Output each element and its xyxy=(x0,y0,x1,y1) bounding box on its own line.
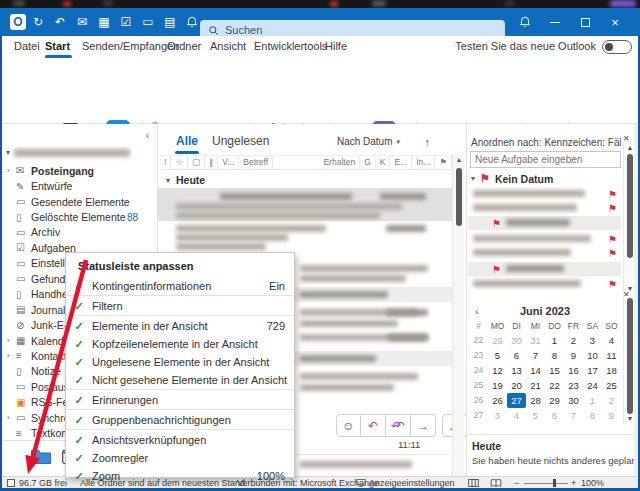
calendar-day[interactable]: 8 xyxy=(545,348,564,363)
context-menu-item[interactable]: ✓ Zoom 100% xyxy=(66,467,294,485)
search-input[interactable] xyxy=(225,24,475,36)
expander-icon[interactable]: › xyxy=(7,336,16,345)
calendar-day[interactable]: 2 xyxy=(564,333,583,348)
column-header[interactable]: ▢ xyxy=(188,156,205,169)
task-group-row[interactable]: ⚑ xyxy=(468,216,621,230)
column-header[interactable]: V... xyxy=(218,156,239,169)
calendar-day[interactable]: 6 xyxy=(545,408,564,423)
calendar-day[interactable]: 15 xyxy=(545,363,564,378)
calendar-day[interactable]: 30 xyxy=(507,333,526,348)
table-view-icon[interactable] xyxy=(468,479,479,487)
calendar-day[interactable]: 23 xyxy=(564,378,583,393)
tab-ordner[interactable]: Ordner xyxy=(167,40,201,52)
context-menu-item[interactable]: ✓ Zoomregler xyxy=(66,449,294,467)
calendar-day[interactable]: 1 xyxy=(583,393,602,408)
context-menu-item[interactable]: ✓ Kopfzeilenelemente in der Ansicht xyxy=(66,335,294,353)
close-button[interactable]: × xyxy=(600,8,630,36)
calendar-day[interactable]: 3 xyxy=(583,333,602,348)
calendar-day[interactable]: 29 xyxy=(488,333,507,348)
folder-item[interactable]: ▭ Archiv xyxy=(0,225,158,240)
notifications-bell-icon[interactable] xyxy=(510,8,540,36)
zoom-slider-track[interactable] xyxy=(524,483,568,484)
calendar-day[interactable]: 30 xyxy=(564,393,583,408)
calendar-day[interactable]: 22 xyxy=(469,333,488,348)
calendar-day[interactable]: 25 xyxy=(602,378,621,393)
expander-icon[interactable]: › xyxy=(7,351,16,360)
task-row[interactable]: ⚑ xyxy=(468,246,621,260)
calendar-day[interactable]: 18 xyxy=(602,363,621,378)
arrange-by-header[interactable]: Anordnen nach: Kennzeichen: Fälli... xyxy=(471,137,621,148)
calendar-day[interactable]: 29 xyxy=(545,393,564,408)
calendar-day[interactable]: 8 xyxy=(583,408,602,423)
scrollbar-thumb[interactable] xyxy=(627,154,633,258)
folder-icon[interactable]: ▭ xyxy=(138,8,158,36)
message-row-selected[interactable] xyxy=(158,188,452,221)
task-group-row[interactable]: ⚑ xyxy=(468,262,621,276)
folder-item[interactable]: ▭ Gesendete Elemente xyxy=(0,194,158,209)
calendar-day[interactable]: 17 xyxy=(583,363,602,378)
calendar-day[interactable]: 24 xyxy=(583,378,602,393)
minimize-button[interactable] xyxy=(540,8,570,36)
calendar-day[interactable]: 27 xyxy=(469,408,488,423)
calendar-day[interactable]: 7 xyxy=(526,348,545,363)
calendar-day[interactable]: 10 xyxy=(583,348,602,363)
flag-icon[interactable]: ⚑ xyxy=(608,234,617,245)
calendar-day[interactable]: 23 xyxy=(469,348,488,363)
column-header[interactable]: G xyxy=(360,156,376,169)
folder-item[interactable]: › ✉ Posteingang xyxy=(0,163,158,178)
group-kein-datum[interactable]: ▾ ⚑ Kein Datum xyxy=(471,172,553,185)
scrollbar-thumb[interactable] xyxy=(456,168,462,226)
column-header[interactable]: In... xyxy=(412,156,435,169)
sort-direction-icon[interactable]: ↑ xyxy=(425,136,431,148)
task-row[interactable]: ⚑ xyxy=(468,232,621,246)
column-header[interactable]: Betreff xyxy=(239,156,273,169)
context-menu-item[interactable]: ✓ Ansichtsverknüpfungen xyxy=(66,431,294,449)
calendar-day[interactable]: 9 xyxy=(602,408,621,423)
notes-icon[interactable]: ▤ xyxy=(160,8,180,36)
new-outlook-toggle[interactable] xyxy=(602,40,632,54)
calendar-day[interactable]: 14 xyxy=(526,363,545,378)
tab-senden-empfangen[interactable]: Senden/Empfangen xyxy=(82,40,179,52)
calendar-day[interactable]: 16 xyxy=(564,363,583,378)
calendar-day[interactable]: 12 xyxy=(488,363,507,378)
zoom-slider-thumb[interactable] xyxy=(553,479,556,487)
tab-entwicklertools[interactable]: Entwicklertools xyxy=(254,40,327,52)
context-menu-item[interactable]: ✓ Nicht gesehene Elemente in der Ansicht xyxy=(66,371,294,390)
reply-button[interactable]: ↶ xyxy=(361,414,386,437)
calendar-day[interactable]: 7 xyxy=(564,408,583,423)
column-header[interactable]: ! xyxy=(160,156,171,169)
column-header[interactable]: ⚑ xyxy=(435,156,452,169)
scrollbar-thumb[interactable] xyxy=(627,298,633,414)
flag-icon[interactable]: ⚑ xyxy=(608,279,617,290)
column-header[interactable]: Erhalten xyxy=(319,156,360,169)
tab-ansicht[interactable]: Ansicht xyxy=(210,40,246,52)
calendar-day[interactable]: 26 xyxy=(488,393,507,408)
column-header[interactable]: K xyxy=(376,156,391,169)
calendar-day[interactable]: 13 xyxy=(507,363,526,378)
calendar-icon[interactable]: ▦ xyxy=(94,8,114,36)
column-header[interactable]: E... xyxy=(390,156,412,169)
send-receive-icon[interactable]: ↻ xyxy=(28,8,48,36)
context-menu-item[interactable]: ✓ Gruppenbenachrichtigungen xyxy=(66,411,294,430)
flag-icon[interactable]: ⚑ xyxy=(608,189,617,200)
calendar-day[interactable]: 11 xyxy=(602,348,621,363)
task-row[interactable]: ⚑ xyxy=(468,277,621,291)
flag-icon[interactable]: ⚑ xyxy=(608,203,617,214)
tab-start[interactable]: Start xyxy=(45,40,70,52)
scroll-up-icon[interactable]: ▲ xyxy=(453,156,465,163)
context-menu-item[interactable]: ✓ Kontingentinformationen Ein xyxy=(66,277,294,296)
context-menu-item[interactable]: ✓ Filtern xyxy=(66,297,294,316)
mail-tray-icon[interactable]: ✉ xyxy=(72,8,92,36)
maximize-button[interactable] xyxy=(570,8,600,36)
calendar-day[interactable]: 28 xyxy=(526,393,545,408)
tab-ungelesen[interactable]: Ungelesen xyxy=(212,134,269,148)
calendar-day[interactable]: 1 xyxy=(545,333,564,348)
calendar-day[interactable]: 5 xyxy=(526,408,545,423)
sort-by-button[interactable]: Nach Datum▾ xyxy=(337,136,400,147)
calendar-day[interactable]: 31 xyxy=(526,333,545,348)
reactions-button[interactable]: ☺ xyxy=(336,414,361,437)
tasks-icon[interactable]: ☑ xyxy=(116,8,136,36)
group-header-heute[interactable]: ▾ Heute xyxy=(158,172,450,188)
task-row[interactable]: ⚑ xyxy=(468,187,621,201)
expander-icon[interactable]: › xyxy=(7,166,16,175)
